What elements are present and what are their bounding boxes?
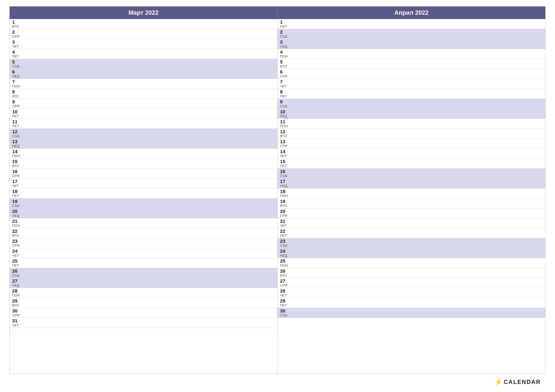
day-number: 11 [280, 119, 288, 124]
day-row: 14ЧЕТ [278, 149, 545, 158]
day-number: 18 [12, 189, 20, 194]
day-info: 27НЕД [12, 279, 20, 287]
day-info: 11ПЕТ [12, 119, 20, 128]
day-row: 13СРЯ [278, 139, 545, 149]
day-info: 18ПЕТ [12, 189, 20, 198]
day-name: НЕД [280, 184, 288, 188]
day-name: ВТО [12, 94, 20, 98]
day-row: 16СРЯ [10, 169, 277, 178]
day-name: СРЯ [12, 105, 20, 108]
day-number: 20 [12, 209, 20, 214]
day-name: НЕД [280, 114, 288, 118]
day-row: 14ПОН [10, 149, 277, 158]
day-name: ПОН [12, 294, 20, 297]
day-number: 19 [12, 199, 20, 204]
logo-text: CALENDAR [504, 379, 541, 385]
day-name: ЧЕТ [12, 114, 20, 118]
day-number: 15 [280, 159, 288, 164]
day-name: СЪБ [280, 314, 288, 317]
day-row: 12ВТО [278, 129, 545, 139]
day-info: 30СРЯ [12, 308, 20, 317]
day-info: 13НЕД [12, 139, 20, 148]
day-number: 27 [280, 279, 288, 283]
day-info: 18ПОН [280, 189, 288, 198]
day-row: 21ЧЕТ [278, 218, 545, 228]
day-row: 20НЕД [10, 208, 277, 218]
day-number: 9 [280, 100, 288, 104]
day-name: СЪБ [280, 174, 288, 178]
day-name: ВТО [12, 25, 20, 28]
month-header-april-2022: Април 2022 [278, 7, 545, 19]
day-number: 25 [12, 259, 20, 264]
day-row: 7ЧЕТ [278, 79, 545, 89]
day-name: НЕД [12, 144, 20, 148]
day-info: 1ВТО [12, 20, 20, 28]
day-name: НЕД [280, 254, 288, 257]
day-row: 2СРЯ [10, 29, 277, 39]
day-info: 6НЕД [12, 70, 20, 78]
day-row: 29ВТО [10, 298, 277, 308]
day-name: ПОН [12, 224, 20, 228]
day-number: 5 [280, 60, 288, 64]
day-name: СЪБ [12, 204, 20, 207]
day-name: ВТО [12, 234, 20, 237]
day-row: 25ПОН [278, 258, 545, 268]
day-name: ВТО [12, 164, 20, 168]
day-row: 5ВТО [278, 59, 545, 69]
day-row: 11ПОН [278, 119, 545, 129]
day-number: 30 [12, 308, 20, 313]
day-name: ПЕТ [12, 124, 20, 128]
day-row: 15ВТО [10, 158, 277, 169]
day-info: 29ВТО [12, 299, 20, 307]
day-name: ПЕТ [12, 194, 20, 198]
day-row: 19СЪБ [10, 198, 277, 208]
day-info: 2СЪБ [280, 30, 288, 38]
day-number: 29 [12, 299, 20, 303]
day-name: ЧЕТ [12, 324, 20, 327]
day-row: 31ЧЕТ [10, 318, 277, 328]
day-name: ВТО [12, 304, 20, 307]
day-number: 13 [280, 139, 288, 144]
day-name: СЪБ [280, 244, 288, 247]
day-row: 28ПОН [10, 288, 277, 298]
day-name: СРЯ [12, 35, 20, 38]
day-info: 8ПЕТ [280, 89, 288, 98]
day-number: 9 [12, 100, 20, 104]
day-name: ВТО [280, 134, 288, 138]
day-info: 16СРЯ [12, 169, 20, 178]
day-name: ЧЕТ [12, 184, 20, 188]
day-info: 23СРЯ [12, 239, 20, 247]
day-name: ПОН [280, 55, 288, 58]
day-number: 6 [12, 70, 20, 74]
day-info: 24ЧЕТ [12, 249, 20, 257]
day-name: НЕД [12, 214, 20, 218]
day-name: ПОН [280, 124, 288, 128]
day-info: 25ПЕТ [12, 259, 20, 267]
day-info: 1ПЕТ [280, 20, 288, 28]
day-number: 20 [280, 209, 288, 214]
day-number: 7 [12, 79, 20, 84]
day-info: 14ПОН [12, 149, 20, 158]
day-row: 12СЪБ [10, 129, 277, 139]
day-name: ПЕТ [280, 164, 288, 168]
day-info: 21ЧЕТ [280, 219, 288, 228]
day-number: 23 [280, 239, 288, 243]
day-name: СРЯ [280, 75, 288, 78]
day-row: 29ПЕТ [278, 298, 545, 308]
day-name: ЧЕТ [12, 45, 20, 48]
month-col-march-2022: Март 20221ВТО2СРЯ3ЧЕТ4ПЕТ5СЪБ6НЕД7ПОН8ВТ… [10, 7, 278, 373]
day-info: 22ВТО [12, 229, 20, 237]
calendar-grid: Март 20221ВТО2СРЯ3ЧЕТ4ПЕТ5СЪБ6НЕД7ПОН8ВТ… [9, 6, 546, 373]
day-info: 7ЧЕТ [280, 79, 288, 88]
bottom-row: ⚡ CALENDAR [9, 373, 546, 386]
day-row: 30СЪБ [278, 308, 545, 318]
day-row: 10НЕД [278, 109, 545, 119]
logo-icon: ⚡ [495, 378, 503, 386]
day-row: 4ПОН [278, 49, 545, 59]
day-row: 30СРЯ [10, 308, 277, 318]
day-info: 29ПЕТ [280, 299, 288, 307]
day-row: 26СЪБ [10, 268, 277, 278]
day-number: 22 [12, 229, 20, 234]
day-info: 24НЕД [280, 249, 288, 257]
day-name: НЕД [12, 75, 20, 78]
